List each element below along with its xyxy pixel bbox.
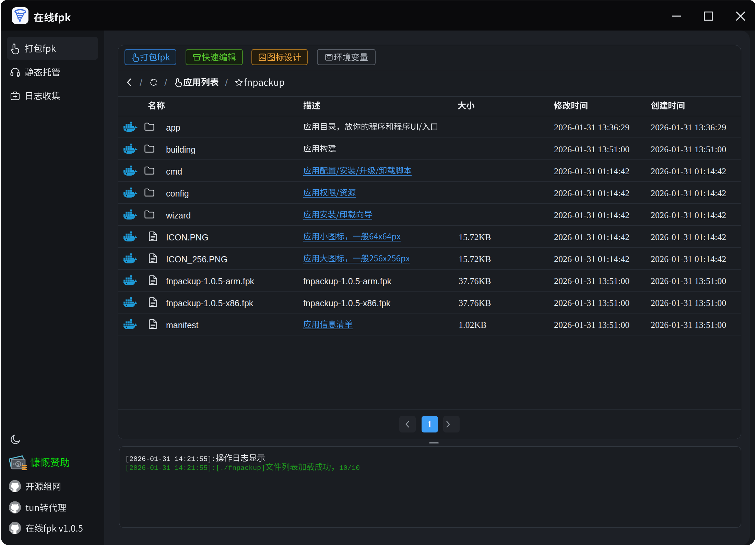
svg-text:$: $ bbox=[17, 462, 20, 467]
